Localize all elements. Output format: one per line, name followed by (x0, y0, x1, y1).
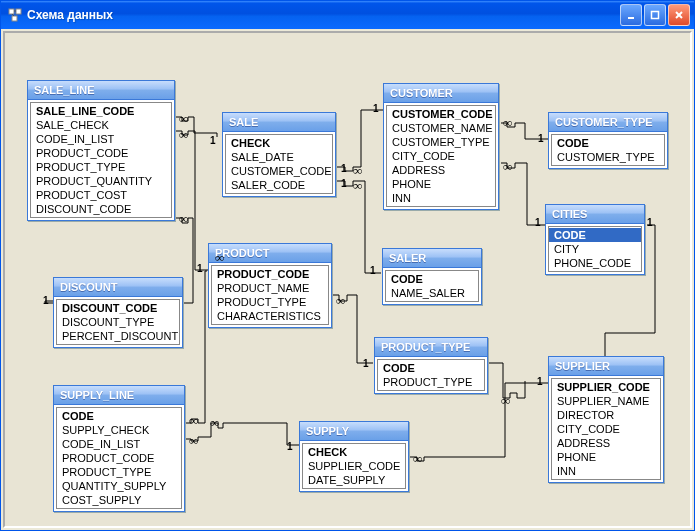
field[interactable]: SUPPLY_CHECK (57, 423, 181, 437)
field[interactable]: PRODUCT_TYPE (57, 465, 181, 479)
table-header[interactable]: SALER (383, 249, 481, 268)
table-header[interactable]: SUPPLY (300, 422, 408, 441)
svg-rect-2 (12, 16, 17, 21)
field[interactable]: QUANTITY_SUPPLY (57, 479, 181, 493)
table-supply[interactable]: SUPPLYCHECKSUPPLIER_CODEDATE_SUPPLY (299, 421, 409, 492)
table-product[interactable]: PRODUCTPRODUCT_CODEPRODUCT_NAMEPRODUCT_T… (208, 243, 332, 328)
diagram-canvas[interactable]: SALE_LINESALE_LINE_CODESALE_CHECKCODE_IN… (3, 31, 692, 528)
field[interactable]: PHONE (387, 177, 495, 191)
field[interactable]: DISCOUNT_CODE (31, 202, 171, 216)
svg-rect-0 (9, 9, 14, 14)
field[interactable]: CODE (386, 272, 478, 286)
table-header[interactable]: SALE_LINE (28, 81, 174, 100)
field[interactable]: CODE_IN_LIST (31, 132, 171, 146)
table-header[interactable]: CUSTOMER (384, 84, 498, 103)
table-body: CODEPRODUCT_TYPE (377, 359, 485, 391)
field[interactable]: PRODUCT_CODE (212, 267, 328, 281)
field[interactable]: PRODUCT_CODE (31, 146, 171, 160)
table-discount[interactable]: DISCOUNTDISCOUNT_CODEDISCOUNT_TYPEPERCEN… (53, 277, 183, 348)
field[interactable]: ADDRESS (387, 163, 495, 177)
field[interactable]: SALE_DATE (226, 150, 332, 164)
field[interactable]: PRODUCT_TYPE (378, 375, 484, 389)
field[interactable]: CUSTOMER_CODE (226, 164, 332, 178)
field[interactable]: PHONE_CODE (549, 256, 641, 270)
field[interactable]: PRODUCT_TYPE (212, 295, 328, 309)
table-body: CODECUSTOMER_TYPE (551, 134, 665, 166)
field[interactable]: CODE_IN_LIST (57, 437, 181, 451)
table-supplier[interactable]: SUPPLIERSUPPLIER_CODESUPPLIER_NAMEDIRECT… (548, 356, 664, 483)
table-header[interactable]: DISCOUNT (54, 278, 182, 297)
table-body: DISCOUNT_CODEDISCOUNT_TYPEPERCENT_DISCOU… (56, 299, 180, 345)
table-saler[interactable]: SALERCODENAME_SALER (382, 248, 482, 305)
field[interactable]: CHARACTERISTICS (212, 309, 328, 323)
field[interactable]: ADDRESS (552, 436, 660, 450)
field[interactable]: CITY (549, 242, 641, 256)
table-header[interactable]: CITIES (546, 205, 644, 224)
field[interactable]: CUSTOMER_CODE (387, 107, 495, 121)
field[interactable]: PRODUCT_QUANTITY (31, 174, 171, 188)
titlebar[interactable]: Схема данных (1, 1, 694, 29)
field[interactable]: CITY_CODE (387, 149, 495, 163)
field[interactable]: CUSTOMER_NAME (387, 121, 495, 135)
cardinality-label: ∞ (189, 413, 198, 429)
table-customer[interactable]: CUSTOMERCUSTOMER_CODECUSTOMER_NAMECUSTOM… (383, 83, 499, 210)
field[interactable]: SALE_CHECK (31, 118, 171, 132)
field[interactable]: PRODUCT_NAME (212, 281, 328, 295)
field[interactable]: INN (552, 464, 660, 478)
table-header[interactable]: SALE (223, 113, 335, 132)
field[interactable]: CUSTOMER_TYPE (387, 135, 495, 149)
table-body: CUSTOMER_CODECUSTOMER_NAMECUSTOMER_TYPEC… (386, 105, 496, 207)
field[interactable]: SUPPLIER_CODE (303, 459, 405, 473)
cardinality-label: ∞ (503, 115, 512, 131)
field[interactable]: PERCENT_DISCOUNT (57, 329, 179, 343)
cardinality-label: ∞ (353, 163, 362, 179)
field[interactable]: PRODUCT_COST (31, 188, 171, 202)
maximize-button[interactable] (644, 4, 666, 26)
field[interactable]: DIRECTOR (552, 408, 660, 422)
table-cities[interactable]: CITIESCODECITYPHONE_CODE (545, 204, 645, 275)
field[interactable]: COST_SUPPLY (57, 493, 181, 507)
field[interactable]: SALER_CODE (226, 178, 332, 192)
app-window: Схема данных SALE_LINESALE_LINE_CODESALE… (0, 0, 695, 531)
field[interactable]: SUPPLIER_NAME (552, 394, 660, 408)
table-body: CHECKSALE_DATECUSTOMER_CODESALER_CODE (225, 134, 333, 194)
table-header[interactable]: SUPPLY_LINE (54, 386, 184, 405)
cardinality-label: ∞ (501, 393, 510, 409)
table-header[interactable]: CUSTOMER_TYPE (549, 113, 667, 132)
field[interactable]: DISCOUNT_CODE (57, 301, 179, 315)
field[interactable]: DATE_SUPPLY (303, 473, 405, 487)
table-sale[interactable]: SALECHECKSALE_DATECUSTOMER_CODESALER_COD… (222, 112, 336, 197)
cardinality-label: ∞ (189, 433, 198, 449)
close-button[interactable] (668, 4, 690, 26)
cardinality-label: 1 (43, 295, 49, 306)
field[interactable]: PRODUCT_CODE (57, 451, 181, 465)
table-customer_type[interactable]: CUSTOMER_TYPECODECUSTOMER_TYPE (548, 112, 668, 169)
cardinality-label: 1 (535, 217, 541, 228)
table-sale_line[interactable]: SALE_LINESALE_LINE_CODESALE_CHECKCODE_IN… (27, 80, 175, 221)
field[interactable]: PRODUCT_TYPE (31, 160, 171, 174)
cardinality-label: 1 (341, 163, 347, 174)
table-body: CODESUPPLY_CHECKCODE_IN_LISTPRODUCT_CODE… (56, 407, 182, 509)
table-product_type[interactable]: PRODUCT_TYPECODEPRODUCT_TYPE (374, 337, 488, 394)
table-header[interactable]: PRODUCT_TYPE (375, 338, 487, 357)
table-header[interactable]: SUPPLIER (549, 357, 663, 376)
cardinality-label: ∞ (336, 293, 345, 309)
field[interactable]: DISCOUNT_TYPE (57, 315, 179, 329)
field[interactable]: CODE (552, 136, 664, 150)
field[interactable]: NAME_SALER (386, 286, 478, 300)
field[interactable]: PHONE (552, 450, 660, 464)
field[interactable]: CODE (549, 228, 641, 242)
field[interactable]: CHECK (226, 136, 332, 150)
field[interactable]: CITY_CODE (552, 422, 660, 436)
field[interactable]: INN (387, 191, 495, 205)
field[interactable]: CODE (378, 361, 484, 375)
cardinality-label: 1 (537, 376, 543, 387)
table-header[interactable]: PRODUCT (209, 244, 331, 263)
field[interactable]: SUPPLIER_CODE (552, 380, 660, 394)
minimize-button[interactable] (620, 4, 642, 26)
field[interactable]: CODE (57, 409, 181, 423)
field[interactable]: SALE_LINE_CODE (31, 104, 171, 118)
field[interactable]: CHECK (303, 445, 405, 459)
table-supply_line[interactable]: SUPPLY_LINECODESUPPLY_CHECKCODE_IN_LISTP… (53, 385, 185, 512)
field[interactable]: CUSTOMER_TYPE (552, 150, 664, 164)
